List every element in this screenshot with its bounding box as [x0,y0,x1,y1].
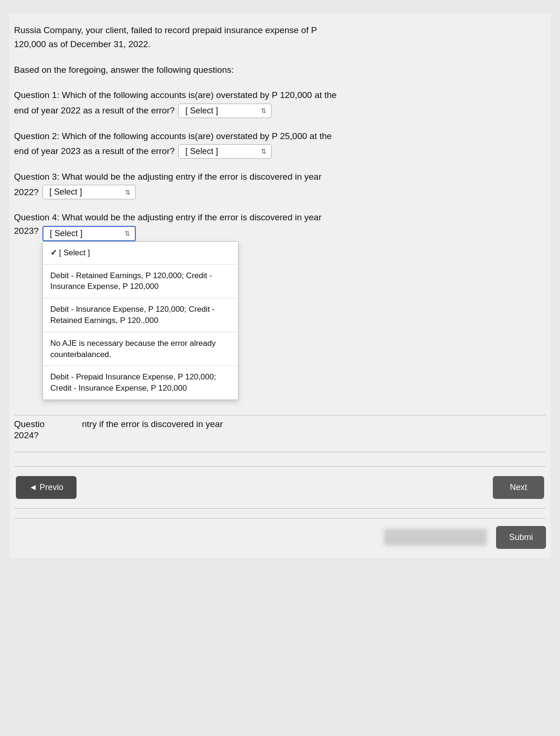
q2-arrow-icon: ⇅ [261,147,266,155]
q1-text-part2: end of year 2022 as a result of the erro… [14,105,175,116]
foregoing-block: Based on the foregoing, answer the follo… [14,63,546,77]
q4-select[interactable]: [ Select ] ⇅ [42,226,136,241]
dropdown-item-1-label: Debit - Retained Earnings, P 120,000; Cr… [50,271,212,291]
question-2-block: Question 2: Which of the following accou… [14,129,546,159]
divider-1 [14,415,546,415]
q4-select-label: [ Select ] [50,229,83,238]
q4-text-part2: 2023? [14,226,39,236]
intro-block: Russia Company, your client, failed to r… [14,23,546,52]
bottom-submit-row: Submi [14,526,546,549]
dropdown-item-4[interactable]: Debit - Prepaid Insurance Expense, P 120… [43,366,238,400]
q5-text-year: 2024? [14,430,39,441]
main-content: Russia Company, your client, failed to r… [9,14,551,558]
q3-select[interactable]: [ Select ] ⇅ [42,185,136,199]
bottom-navigation: ◄ Previo Next [14,476,546,499]
submit-button[interactable]: Submi [496,526,546,549]
q4-arrow-icon: ⇅ [125,230,130,237]
q3-dropdown-container: [ Select ] ⇅ [42,185,136,199]
q1-select[interactable]: [ Select ] ⇅ [178,104,272,118]
intro-line2: 120,000 as of December 31, 2022. [14,37,546,51]
q1-arrow-icon: ⇅ [261,107,266,114]
q2-select[interactable]: [ Select ] ⇅ [178,144,272,159]
dropdown-item-3[interactable]: No AJE is necessary because the error al… [43,332,238,366]
q2-select-label: [ Select ] [185,147,218,156]
intro-line1: Russia Company, your client, failed to r… [14,23,546,37]
q2-dropdown-container: [ Select ] ⇅ [178,144,272,159]
q3-text-part2: 2022? [14,187,39,197]
q1-text-part1: Question 1: Which of the following accou… [14,88,546,102]
q2-text-part1: Question 2: Which of the following accou… [14,129,546,143]
q3-arrow-icon: ⇅ [125,189,131,196]
q4-text-part1: Question 4: What would be the adjusting … [14,210,546,224]
divider-2 [14,452,546,452]
divider-3 [14,466,546,467]
prev-button[interactable]: ◄ Previo [16,476,77,499]
divider-4 [14,508,546,509]
question-4-block: Question 4: What would be the adjusting … [14,210,546,241]
question-1-block: Question 1: Which of the following accou… [14,88,546,118]
q1-dropdown-container: [ Select ] ⇅ [178,104,272,118]
dropdown-item-4-label: Debit - Prepaid Insurance Expense, P 120… [50,372,216,393]
q5-text-ntry: ntry if the error is discovered in year [82,419,223,429]
dropdown-item-select-label: [ Select ] [59,248,90,257]
q4-dropdown-menu: [ Select ] Debit - Retained Earnings, P … [42,241,238,400]
q3-select-label: [ Select ] [49,187,82,197]
dropdown-item-2-label: Debit - Insurance Expense, P 120,000; Cr… [50,305,215,325]
dropdown-item-3-label: No AJE is necessary because the error al… [50,339,216,359]
divider-5 [14,518,546,519]
q4-dropdown-container: [ Select ] ⇅ [ Select ] Debit - Retained… [42,226,136,241]
question-5-block: Questio ntry if the error is discovered … [14,419,546,441]
blurred-content [384,529,487,546]
q2-text-part2: end of year 2023 as a result of the erro… [14,146,175,156]
q1-select-label: [ Select ] [185,106,218,116]
dropdown-item-2[interactable]: Debit - Insurance Expense, P 120,000; Cr… [43,298,238,332]
foregoing-text: Based on the foregoing, answer the follo… [14,63,546,77]
dropdown-item-select[interactable]: [ Select ] [43,242,238,265]
q5-text-questio: Questio [14,419,44,429]
question-3-block: Question 3: What would be the adjusting … [14,170,546,199]
dropdown-item-1[interactable]: Debit - Retained Earnings, P 120,000; Cr… [43,265,238,299]
next-button[interactable]: Next [493,476,544,499]
q3-text-part1: Question 3: What would be the adjusting … [14,170,546,184]
